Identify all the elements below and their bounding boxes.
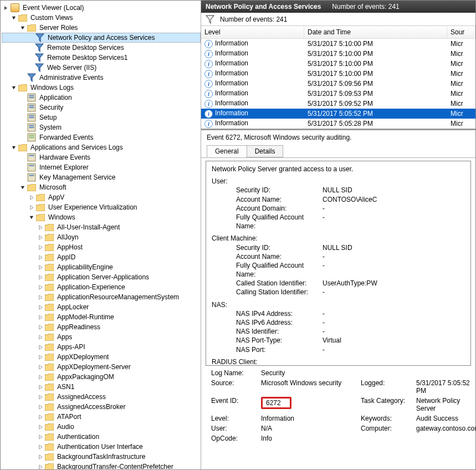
tree-folder[interactable]: ASN1: [2, 382, 201, 392]
tree-folder[interactable]: Audio: [2, 422, 201, 432]
expand-icon[interactable]: [37, 304, 44, 310]
tree-folder[interactable]: AppXDeployment-Server: [2, 362, 201, 372]
collapse-icon[interactable]: [28, 214, 35, 221]
tree-apps-services[interactable]: Applications and Services Logs: [2, 142, 201, 152]
tree-folder[interactable]: AppReadiness: [2, 322, 201, 332]
tree-windows-folder[interactable]: Windows: [2, 212, 201, 222]
grid-row[interactable]: iInformation5/31/2017 5:09:56 PMMicr: [201, 79, 475, 89]
grid-row[interactable]: iInformation5/31/2017 5:09:52 PMMicr: [201, 99, 475, 109]
grid-row[interactable]: iInformation5/31/2017 5:09:53 PMMicr: [201, 89, 475, 99]
tree-folder[interactable]: AssignedAccessBroker: [2, 402, 201, 412]
tree-ie[interactable]: Internet Explorer: [2, 162, 201, 172]
tree-folder[interactable]: AppHost: [2, 242, 201, 252]
tree-folder[interactable]: AppID: [2, 252, 201, 262]
tree-folder[interactable]: AppLocker: [2, 302, 201, 312]
tree-security-log[interactable]: Security: [2, 103, 201, 113]
tree-admin-events[interactable]: Administrative Events: [2, 73, 201, 83]
expand-icon[interactable]: [37, 433, 44, 440]
expand-icon[interactable]: [37, 254, 44, 260]
tree-custom-views[interactable]: Custom Views: [2, 13, 201, 23]
tree-folder[interactable]: AppxPackagingOM: [2, 372, 201, 382]
tree-folder[interactable]: AppModel-Runtime: [2, 312, 201, 322]
expand-icon[interactable]: [37, 324, 44, 330]
expand-icon[interactable]: [37, 443, 44, 450]
expand-icon[interactable]: [37, 334, 44, 340]
expand-icon[interactable]: [37, 224, 44, 231]
tree-folder[interactable]: ApplicabilityEngine: [2, 262, 201, 272]
expand-icon[interactable]: [37, 264, 44, 270]
expand-icon[interactable]: [28, 204, 35, 211]
tree-folder[interactable]: ApplicationResourceManagementSystem: [2, 292, 201, 302]
expand-icon[interactable]: [28, 194, 35, 201]
grid-row[interactable]: iInformation5/31/2017 5:05:28 PMMicr: [201, 119, 475, 129]
expand-icon[interactable]: [37, 384, 44, 390]
expand-icon[interactable]: [3, 4, 9, 11]
grid-row[interactable]: iInformation5/31/2017 5:10:00 PMMicr: [201, 39, 475, 49]
tree-root[interactable]: Event Viewer (Local): [2, 3, 201, 13]
tree-rds[interactable]: Remote Desktop Services: [2, 43, 201, 53]
tree-folder[interactable]: AssignedAccess: [2, 392, 201, 402]
tree-kms[interactable]: Key Management Service: [2, 172, 201, 182]
col-source[interactable]: Sour: [447, 26, 475, 38]
expand-icon[interactable]: [37, 274, 44, 280]
grid-row[interactable]: iInformation5/31/2017 5:05:52 PMMicr: [201, 109, 475, 119]
expand-icon[interactable]: [37, 244, 44, 251]
tree-iis[interactable]: Web Server (IIS): [2, 63, 201, 73]
expand-icon[interactable]: [37, 314, 44, 320]
grid-header[interactable]: Level Date and Time Sour: [201, 26, 475, 39]
col-level[interactable]: Level: [201, 26, 304, 38]
expand-icon[interactable]: [37, 284, 44, 290]
folder-icon: [45, 313, 54, 321]
expand-icon[interactable]: [37, 354, 44, 360]
event-detail-text[interactable]: Network Policy Server granted access to …: [206, 161, 471, 366]
col-date[interactable]: Date and Time: [304, 26, 447, 38]
tree-system-log[interactable]: System: [2, 122, 201, 132]
tree-windows-logs[interactable]: Windows Logs: [2, 83, 201, 93]
expand-icon[interactable]: [37, 453, 44, 460]
tree-application-log[interactable]: Application: [2, 93, 201, 103]
tree-folder[interactable]: Application-Experience: [2, 282, 201, 292]
tree-microsoft[interactable]: Microsoft: [2, 182, 201, 192]
events-grid[interactable]: Level Date and Time Sour iInformation5/3…: [201, 26, 475, 129]
expand-icon[interactable]: [37, 403, 44, 410]
collapse-icon[interactable]: [11, 84, 17, 91]
expand-icon[interactable]: [37, 394, 44, 400]
tree-folder[interactable]: Apps: [2, 332, 201, 342]
grid-row[interactable]: iInformation5/31/2017 5:10:00 PMMicr: [201, 59, 475, 69]
tree-uev[interactable]: User Experience Virtualization: [2, 202, 201, 212]
expand-icon[interactable]: [37, 294, 44, 300]
tree-folder[interactable]: AppXDeployment: [2, 352, 201, 362]
grid-row[interactable]: iInformation5/31/2017 5:10:00 PMMicr: [201, 49, 475, 59]
tree-rds1[interactable]: Remote Desktop Services1: [2, 53, 201, 63]
expand-icon[interactable]: [37, 364, 44, 370]
collapse-icon[interactable]: [11, 14, 17, 21]
tree-view[interactable]: Event Viewer (Local) Custom Views Server…: [1, 1, 201, 469]
expand-icon[interactable]: [37, 423, 44, 430]
tree-folder[interactable]: Application Server-Applications: [2, 272, 201, 282]
collapse-icon[interactable]: [19, 184, 26, 191]
expand-icon[interactable]: [37, 413, 44, 420]
tree-folder[interactable]: Authentication User Interface: [2, 442, 201, 452]
tree-nps[interactable]: Network Policy and Access Services: [2, 33, 201, 43]
tree-folder[interactable]: All-User-Install-Agent: [2, 222, 201, 232]
tree-folder[interactable]: Authentication: [2, 432, 201, 442]
tree-folder[interactable]: BackgroundTaskInfrastructure: [2, 452, 201, 462]
collapse-icon[interactable]: [19, 24, 26, 31]
tree-forwarded-log[interactable]: Forwarded Events: [2, 132, 201, 142]
expand-icon[interactable]: [37, 344, 44, 350]
tree-setup-log[interactable]: Setup: [2, 113, 201, 122]
grid-row[interactable]: iInformation5/31/2017 5:10:00 PMMicr: [201, 69, 475, 79]
expand-icon[interactable]: [37, 374, 44, 380]
tree-folder[interactable]: Apps-API: [2, 342, 201, 352]
tree-folder[interactable]: BackgroundTransfer-ContentPrefetcher: [2, 462, 201, 469]
expand-icon[interactable]: [37, 234, 44, 241]
tab-details[interactable]: Details: [247, 145, 284, 157]
collapse-icon[interactable]: [11, 144, 17, 151]
tree-folder[interactable]: AllJoyn: [2, 232, 201, 242]
tree-folder[interactable]: ATAPort: [2, 412, 201, 422]
tree-server-roles[interactable]: Server Roles: [2, 23, 201, 33]
tree-hardware-events[interactable]: Hardware Events: [2, 152, 201, 162]
tree-appv[interactable]: AppV: [2, 192, 201, 202]
expand-icon[interactable]: [37, 463, 44, 469]
tab-general[interactable]: General: [207, 145, 247, 157]
